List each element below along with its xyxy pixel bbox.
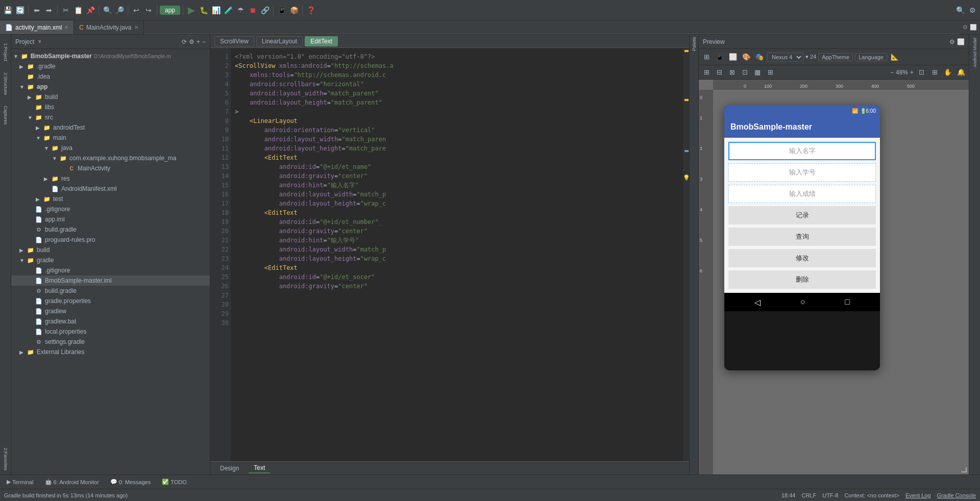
android-btn-record[interactable]: 记录 <box>728 206 876 224</box>
android-edittext-score[interactable]: 输入成绩 <box>728 185 876 203</box>
tree-item-gitignore-root[interactable]: 📄 .gitignore <box>11 265 210 275</box>
sidebar-structure-icon[interactable]: 2:Structure <box>1 68 11 99</box>
tree-item-src[interactable]: ▼ 📁 src <box>11 112 210 122</box>
preview-icon-theme[interactable]: 🎨 <box>741 52 752 63</box>
android-edittext-name[interactable]: 输入名字 <box>728 142 876 160</box>
toolbar-icon-search2[interactable]: 🔎 <box>114 5 125 16</box>
tab-mainactivity[interactable]: C MainActivity.java ✕ <box>74 20 143 34</box>
toolbar-icon-forward[interactable]: ➡ <box>43 5 55 16</box>
tree-item-package[interactable]: ▼ 📁 com.example.xuhong.bmobsample_ma <box>11 153 210 163</box>
search-everywhere[interactable]: 🔍 <box>954 5 966 16</box>
preview-icon-grid1[interactable]: ⊞ <box>701 67 712 78</box>
preview-icon-grid2[interactable]: ⊟ <box>714 67 725 78</box>
toolbar-icon-save[interactable]: 💾 <box>2 5 13 16</box>
proj-config-icon[interactable]: ⚙ <box>189 38 194 45</box>
proj-minus-icon[interactable]: − <box>202 38 206 45</box>
profile-button[interactable]: 📊 <box>210 5 222 16</box>
help-button[interactable]: ❓ <box>305 5 316 16</box>
gradle-sync[interactable]: 🔗 <box>259 5 271 16</box>
actual-size-icon[interactable]: ⊞ <box>929 67 940 78</box>
tree-item-gradle[interactable]: ▶ 📁 .gradle <box>11 61 210 71</box>
pan-icon[interactable]: ✋ <box>942 67 953 78</box>
nav-back-btn[interactable]: ◁ <box>754 297 761 307</box>
toolbar-icon-cut[interactable]: ✂ <box>60 5 71 16</box>
text-tab[interactable]: Text <box>249 463 270 473</box>
gradle-console-link[interactable]: Gradle Console <box>937 492 976 498</box>
tree-item-build[interactable]: ▶ 📁 build <box>11 92 210 102</box>
toolbar-icon-paste[interactable]: 📌 <box>85 5 96 16</box>
preview-settings-icon[interactable]: ⚙ <box>949 38 955 45</box>
sidebar-captures-icon[interactable]: Captures <box>1 100 11 131</box>
sidebar-favorites-icon[interactable]: 2:Favorites <box>1 444 11 474</box>
tree-item-root[interactable]: ▼ 📁 BmobSample-master D:\AndroidMyself\B… <box>11 51 210 61</box>
bottom-tab-todo[interactable]: ✅ TODO <box>157 477 191 487</box>
android-model-label[interactable]: Android Model <box>971 35 978 70</box>
tree-item-buildgradle-root[interactable]: ⚙ build.gradle <box>11 286 210 296</box>
test-button[interactable]: 🧪 <box>223 5 234 16</box>
preview-icon-grid3[interactable]: ⊠ <box>726 67 738 78</box>
preview-icon-grid6[interactable]: ⊞ <box>765 67 776 78</box>
tree-item-gitignore-app[interactable]: 📄 .gitignore <box>11 204 210 214</box>
tree-item-appiml[interactable]: 📄 app.iml <box>11 214 210 224</box>
tab-activity-main[interactable]: 📄 activity_main.xml ✕ <box>0 20 74 34</box>
zoom-minus-icon[interactable]: − <box>890 69 894 76</box>
event-log-link[interactable]: Event Log <box>905 492 931 498</box>
tab-mainactivity-close[interactable]: ✕ <box>134 24 138 30</box>
nav-recent-btn[interactable]: □ <box>845 297 850 307</box>
tree-item-androidtest[interactable]: ▶ 📁 androidTest <box>11 122 210 133</box>
device-selector[interactable]: Nexus 4 <box>767 53 803 62</box>
tree-item-app[interactable]: ▼ 📁 app <box>11 82 210 92</box>
resize-handle[interactable] <box>962 467 967 472</box>
toolbar-icon-copy[interactable]: 📋 <box>72 5 84 16</box>
tree-item-mainactivity[interactable]: C MainActivity <box>11 163 210 173</box>
app-config-dropdown[interactable]: app <box>160 6 180 15</box>
preview-icon-grid4[interactable]: ⊡ <box>739 67 750 78</box>
bottom-tab-messages[interactable]: 💬 0: Messages <box>106 477 155 487</box>
sdk-manager[interactable]: 📦 <box>288 5 300 16</box>
zoom-plus-icon[interactable]: + <box>910 69 914 76</box>
coverage-button[interactable]: ☂ <box>235 5 246 16</box>
tree-item-buildgradle-app[interactable]: ⚙ build.gradle <box>11 224 210 235</box>
tree-item-gradle-root[interactable]: ▼ 📁 gradle <box>11 255 210 265</box>
tree-item-build-root[interactable]: ▶ 📁 build <box>11 245 210 255</box>
language-selector[interactable]: Language <box>855 53 887 61</box>
tree-item-bmobiml[interactable]: 📄 BmobSample-master.iml <box>11 275 210 286</box>
tree-item-extlibs[interactable]: ▶ 📁 External Libraries <box>11 347 210 357</box>
preview-icon-phone[interactable]: 📱 <box>714 52 725 63</box>
subtab-linearlayout[interactable]: LinearLayout <box>256 36 303 46</box>
preview-icon-theme2[interactable]: 🎭 <box>754 52 765 63</box>
tree-item-gradlew[interactable]: 📄 gradlew <box>11 306 210 316</box>
preview-icon-tablet[interactable]: ⬜ <box>727 52 739 63</box>
settings-icon[interactable]: ⚙ <box>967 5 978 16</box>
run-button[interactable]: ▶ <box>186 5 197 16</box>
debug-button[interactable]: 🐛 <box>198 5 209 16</box>
subtab-edittext[interactable]: EditText <box>305 36 338 46</box>
theme-selector[interactable]: AppTheme <box>818 53 853 61</box>
nav-home-btn[interactable]: ○ <box>800 297 805 307</box>
avd-manager[interactable]: 📱 <box>276 5 287 16</box>
android-btn-modify[interactable]: 修改 <box>728 249 876 267</box>
proj-sync-icon[interactable]: ⟳ <box>182 38 187 45</box>
tree-item-manifest[interactable]: 📄 AndroidManifest.xml <box>11 184 210 194</box>
design-tab[interactable]: Design <box>214 463 244 473</box>
tree-item-libs[interactable]: 📁 libs <box>11 102 210 112</box>
toolbar-icon-undo[interactable]: ↩ <box>131 5 142 16</box>
android-edittext-number[interactable]: 输入学号 <box>728 163 876 182</box>
tree-item-proguard[interactable]: 📄 proguard-rules.pro <box>11 235 210 245</box>
toolbar-icon-redo[interactable]: ↪ <box>143 5 154 16</box>
android-btn-delete[interactable]: 删除 <box>728 270 876 289</box>
tab-activity-main-close[interactable]: ✕ <box>64 24 68 30</box>
toolbar-icon-search[interactable]: 🔍 <box>102 5 113 16</box>
editor-expand-icon[interactable]: ⬜ <box>970 24 977 31</box>
tree-item-java[interactable]: ▼ 📁 java <box>11 143 210 153</box>
tree-item-res[interactable]: ▶ 📁 res <box>11 173 210 184</box>
android-btn-query[interactable]: 查询 <box>728 228 876 246</box>
sidebar-project-icon[interactable]: 1:Project <box>1 37 11 67</box>
proj-plus-icon[interactable]: + <box>197 38 200 45</box>
preview-icon-orientation[interactable]: 📐 <box>889 52 900 63</box>
preview-expand-icon[interactable]: ⬜ <box>957 38 965 45</box>
tree-item-idea[interactable]: 📁 .idea <box>11 71 210 82</box>
code-content[interactable]: <?xml version="1.0" encoding="utf-8"?> <… <box>231 48 683 461</box>
preview-icon-virtual[interactable]: ⊞ <box>701 52 712 63</box>
tree-item-gradleprops[interactable]: 📄 gradle.properties <box>11 296 210 306</box>
